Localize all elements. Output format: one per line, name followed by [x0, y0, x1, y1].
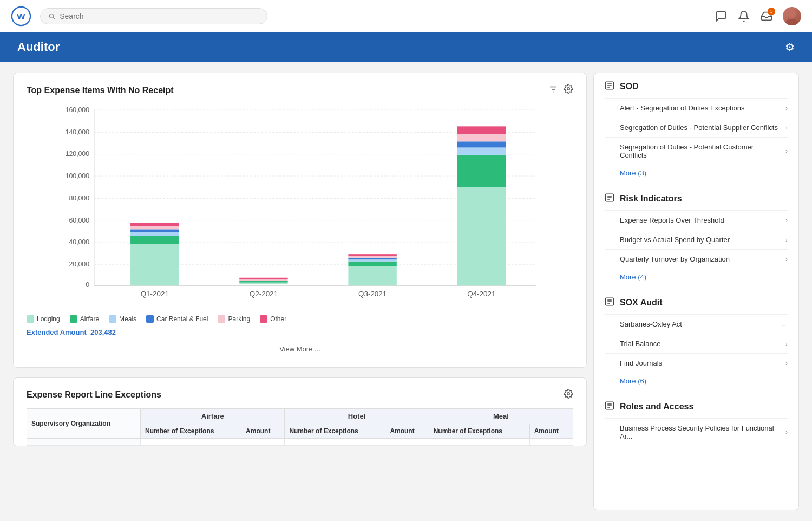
risk-item-expense[interactable]: Expense Reports Over Threshold ›	[605, 210, 788, 230]
page-settings-icon[interactable]: ⚙	[785, 41, 795, 54]
section-sox-title: SOX Audit	[620, 298, 663, 308]
legend-dot-airfare	[70, 315, 77, 323]
table-cell	[141, 439, 241, 446]
table-sub-airfare-exceptions: Number of Exceptions	[141, 424, 241, 439]
page-header: Auditor ⚙	[0, 32, 812, 62]
table-cell	[285, 439, 385, 446]
sox-item-sarbanes[interactable]: Sarbanes-Oxley Act ≡	[605, 314, 788, 334]
sod-item-customer[interactable]: Segregation of Duties - Potential Custom…	[605, 137, 788, 165]
risk-more-link[interactable]: More (4)	[605, 269, 788, 286]
svg-rect-33	[130, 226, 179, 230]
legend-label-airfare: Airfare	[80, 315, 99, 323]
sox-item-trial-label: Trial Balance	[620, 340, 785, 348]
chat-icon[interactable]	[715, 10, 728, 23]
view-more-button[interactable]: View More ...	[27, 342, 573, 356]
table-cell	[241, 439, 285, 446]
section-risk-title-row: Risk Indicators	[605, 193, 788, 205]
table-card-header: Expense Report Line Exceptions	[27, 389, 573, 401]
notification-icon[interactable]	[737, 10, 750, 23]
section-sod-title: SOD	[620, 82, 639, 92]
sod-more-link[interactable]: More (3)	[605, 165, 788, 183]
right-panel: SOD Alert - Segregation of Duties Except…	[593, 73, 799, 510]
chart-area: 160,000 140,000 120,000 100,000 80,000 6…	[27, 104, 573, 310]
svg-rect-48	[457, 187, 506, 285]
svg-rect-46	[348, 254, 396, 256]
svg-rect-36	[239, 283, 287, 284]
table-sub-meal-amount: Amount	[529, 424, 573, 439]
table-header-meal: Meal	[429, 409, 573, 424]
svg-rect-45	[348, 256, 396, 258]
inbox-icon[interactable]: 3	[760, 10, 773, 23]
table-settings-icon[interactable]	[564, 389, 573, 401]
sod-section-icon	[605, 81, 614, 93]
chart-legend: Lodging Airfare Meals Car Rental & Fuel …	[27, 315, 573, 323]
user-avatar[interactable]	[783, 7, 801, 25]
page-title: Auditor	[17, 40, 60, 54]
svg-point-55	[567, 393, 570, 395]
chart-actions	[548, 84, 573, 96]
table-title: Expense Report Line Exceptions	[27, 390, 161, 400]
chart-settings-icon[interactable]	[564, 84, 573, 96]
left-panel: Top Expense Items With No Receipt	[13, 73, 593, 510]
sox-item-trial[interactable]: Trial Balance ›	[605, 334, 788, 353]
chart-title: Top Expense Items With No Receipt	[27, 86, 174, 95]
extended-amount-value: 203,482	[90, 328, 116, 336]
svg-text:0: 0	[86, 281, 89, 289]
svg-text:140,000: 140,000	[66, 128, 90, 136]
section-risk: Risk Indicators Expense Reports Over Thr…	[594, 185, 798, 289]
svg-point-5	[785, 19, 798, 25]
svg-rect-34	[130, 223, 179, 226]
svg-rect-38	[239, 279, 287, 281]
chevron-right-icon: ›	[785, 105, 788, 112]
roles-item-bpsp-label: Business Process Security Policies for F…	[620, 424, 785, 440]
legend-label-parking: Parking	[228, 315, 250, 323]
extended-amount-label: Extended Amount	[27, 328, 87, 336]
svg-line-3	[53, 17, 55, 19]
svg-rect-37	[239, 281, 287, 282]
sox-more-link[interactable]: More (6)	[605, 373, 788, 390]
table-header-airfare: Airfare	[141, 409, 285, 424]
svg-rect-53	[457, 126, 506, 134]
legend-car-rental: Car Rental & Fuel	[146, 315, 208, 323]
sox-item-journals-label: Find Journals	[620, 359, 785, 367]
table-cell	[27, 439, 141, 446]
svg-text:40,000: 40,000	[69, 238, 89, 246]
svg-rect-43	[348, 259, 396, 261]
section-sod: SOD Alert - Segregation of Duties Except…	[594, 73, 798, 185]
svg-text:w: w	[17, 10, 25, 21]
chevron-right-icon: ›	[785, 217, 788, 224]
section-roles-title-row: Roles and Access	[605, 401, 788, 413]
exceptions-table: Supervisory Organization Airfare Hotel M…	[27, 408, 573, 446]
svg-text:60,000: 60,000	[69, 217, 89, 224]
legend-label-other: Other	[270, 315, 286, 323]
svg-text:Q2-2021: Q2-2021	[250, 290, 278, 298]
search-bar[interactable]	[40, 8, 267, 24]
logo[interactable]: w	[11, 6, 31, 27]
sox-item-journals[interactable]: Find Journals ›	[605, 353, 788, 373]
legend-lodging: Lodging	[27, 315, 60, 323]
legend-label-car-rental: Car Rental & Fuel	[156, 315, 208, 323]
chart-card-header: Top Expense Items With No Receipt	[27, 84, 573, 96]
sod-item-alert[interactable]: Alert - Segregation of Duties Exceptions…	[605, 98, 788, 118]
chevron-right-icon: ›	[785, 147, 788, 155]
chart-filter-icon[interactable]	[548, 84, 558, 96]
table-cell	[429, 439, 529, 446]
legend-dot-meals	[109, 315, 116, 323]
sod-item-supplier[interactable]: Segregation of Duties - Potential Suppli…	[605, 118, 788, 137]
risk-item-budget-label: Budget vs Actual Spend by Quarter	[620, 236, 785, 244]
bar-chart: 160,000 140,000 120,000 100,000 80,000 6…	[27, 104, 573, 310]
sod-item-alert-label: Alert - Segregation of Duties Exceptions	[620, 104, 785, 112]
svg-point-9	[567, 88, 570, 90]
section-sox-title-row: SOX Audit	[605, 297, 788, 309]
risk-item-turnover[interactable]: Quarterly Turnover by Organization ›	[605, 249, 788, 269]
search-input[interactable]	[60, 12, 259, 21]
svg-rect-41	[348, 266, 396, 286]
svg-text:80,000: 80,000	[69, 194, 89, 202]
chevron-right-icon: ›	[785, 360, 788, 367]
risk-item-budget[interactable]: Budget vs Actual Spend by Quarter ›	[605, 230, 788, 249]
svg-rect-29	[130, 244, 179, 285]
svg-rect-42	[348, 262, 396, 266]
risk-item-expense-label: Expense Reports Over Threshold	[620, 216, 785, 224]
legend-parking: Parking	[218, 315, 250, 323]
roles-item-bpsp[interactable]: Business Process Security Policies for F…	[605, 418, 788, 446]
